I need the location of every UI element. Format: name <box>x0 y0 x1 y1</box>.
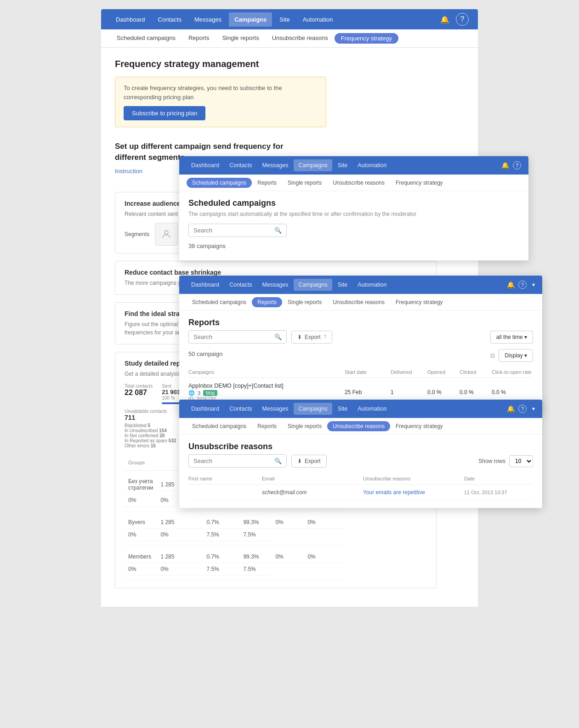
win2-help-icon[interactable]: ? <box>518 281 527 289</box>
win1-search-box[interactable]: 🔍 <box>188 224 287 237</box>
subnav-unsubscribe[interactable]: Unsubscribe reasons <box>266 30 335 47</box>
win3-nav-links: Dashboard Contacts Messages Campaigns Si… <box>187 403 507 415</box>
win3-subnav-single[interactable]: Single reports <box>282 419 327 433</box>
subscribe-button[interactable]: Subscribe to pricing plan <box>124 106 205 120</box>
win2-subnav-single[interactable]: Single reports <box>282 295 327 309</box>
win2-site[interactable]: Site <box>333 279 352 291</box>
subnav-frequency[interactable]: Frequency strategy <box>335 33 398 44</box>
win1-campaign-count: 38 campaigns <box>188 243 519 249</box>
opened1-2: 7.5% <box>203 529 239 541</box>
nav-contacts[interactable]: Contacts <box>153 12 187 27</box>
export-button[interactable]: ⬇ Export ? <box>291 331 332 344</box>
reports-window: Dashboard Contacts Messages Campaigns Si… <box>179 276 542 414</box>
win3-site[interactable]: Site <box>333 403 352 415</box>
win3-subnav-unsub[interactable]: Unsubscribe reasons <box>327 421 390 431</box>
win2-search-input[interactable] <box>193 333 271 340</box>
win1-automation[interactable]: Automation <box>353 159 391 171</box>
win3-search-input[interactable] <box>193 457 271 464</box>
win1-title: Scheduled campaigns <box>188 198 519 208</box>
nav-site[interactable]: Site <box>274 12 295 27</box>
win1-contacts[interactable]: Contacts <box>225 159 256 171</box>
win3-subnav-reports[interactable]: Reports <box>252 419 282 433</box>
opened1-3: 7.5% <box>203 563 239 576</box>
stats-row-2: Byvers 1 285 0.7% 99.3% 0% 0% 0% 0% 7.5% <box>125 512 345 546</box>
win1-site[interactable]: Site <box>333 159 352 171</box>
win1-icons: 🔔 ? <box>501 161 521 169</box>
col-campaigns: Campaigns <box>188 369 345 375</box>
win2-caret-icon[interactable]: ▾ <box>532 282 535 288</box>
col-firstname: First name <box>188 476 262 481</box>
win3-bell-icon[interactable]: 🔔 <box>507 405 515 412</box>
win3-dashboard[interactable]: Dashboard <box>187 403 224 415</box>
win3-caret-icon[interactable]: ▾ <box>532 406 535 412</box>
v1-3: 0% <box>272 551 304 563</box>
col-start-date: Start date <box>345 369 391 375</box>
rows-per-page-select[interactable]: 10 25 50 <box>509 455 533 467</box>
win1-help-icon[interactable]: ? <box>513 161 521 169</box>
segments-label: Segments <box>125 231 149 237</box>
win3-campaigns[interactable]: Campaigns <box>294 403 332 415</box>
notification-bell-icon[interactable]: 🔔 <box>438 13 451 26</box>
win2-dashboard[interactable]: Dashboard <box>187 279 224 291</box>
win1-subnav-reports[interactable]: Reports <box>252 176 282 190</box>
col-ctr: Click-to-open rate <box>492 369 533 375</box>
win3-search-box[interactable]: 🔍 <box>188 454 287 468</box>
win3-export-button[interactable]: ⬇ Export <box>291 455 327 468</box>
win1-messages[interactable]: Messages <box>258 159 293 171</box>
help-icon[interactable]: ? <box>456 13 469 26</box>
display-button[interactable]: Display ▾ <box>499 349 533 362</box>
win2-bell-icon[interactable]: 🔔 <box>507 281 515 288</box>
win2-campaign-count: 50 campaign <box>188 350 222 357</box>
pct-3: 7.5% <box>239 563 272 576</box>
win3-search-icon: 🔍 <box>274 457 282 464</box>
win1-dashboard[interactable]: Dashboard <box>187 159 224 171</box>
nav-campaigns[interactable]: Campaigns <box>229 12 272 27</box>
win1-campaigns[interactable]: Campaigns <box>294 159 332 171</box>
win3-automation[interactable]: Automation <box>353 403 391 415</box>
win2-subnav-reports[interactable]: Reports <box>252 297 282 307</box>
win1-subnav-scheduled[interactable]: Scheduled campaigns <box>187 178 252 188</box>
campaign-opened: 0.0 % <box>427 389 460 395</box>
subnav-scheduled[interactable]: Scheduled campaigns <box>110 30 182 47</box>
win3-subnav-freq[interactable]: Frequency strategy <box>390 419 448 433</box>
win2-campaigns[interactable]: Campaigns <box>294 279 332 291</box>
nav-automation[interactable]: Automation <box>297 12 339 27</box>
win3-messages[interactable]: Messages <box>258 403 293 415</box>
win1-search-input[interactable] <box>193 227 271 234</box>
unsub-email: scheck@mail.com <box>262 489 363 496</box>
subnav-single-reports[interactable]: Single reports <box>216 30 265 47</box>
win3-help-icon[interactable]: ? <box>518 405 527 413</box>
win1-subnav-freq[interactable]: Frequency strategy <box>390 176 448 190</box>
nav-messages[interactable]: Messages <box>189 12 227 27</box>
win1-subnav-single[interactable]: Single reports <box>282 176 327 190</box>
col-date: Date <box>464 476 533 481</box>
nav-dashboard[interactable]: Dashboard <box>110 12 151 27</box>
win2-automation[interactable]: Automation <box>353 279 391 291</box>
win3-contacts[interactable]: Contacts <box>225 403 256 415</box>
win2-search-box[interactable]: 🔍 <box>188 330 287 344</box>
time-filter-button[interactable]: all the time ▾ <box>490 331 533 344</box>
globe-count: 3 <box>198 390 200 396</box>
win3-search-row: 🔍 ⬇ Export Show rows 10 25 50 <box>188 454 533 468</box>
win2-subnav-scheduled[interactable]: Scheduled campaigns <box>187 295 252 309</box>
sent-3: 1 285 <box>157 551 203 563</box>
instruction-link[interactable]: Instruction <box>115 168 142 175</box>
win2-contacts[interactable]: Contacts <box>225 279 256 291</box>
campaign-delivered: 1 <box>391 389 427 395</box>
win1-subnav-unsub[interactable]: Unsubscribe reasons <box>327 176 390 190</box>
v1-2: 0% <box>272 516 304 529</box>
win2-messages[interactable]: Messages <box>258 279 293 291</box>
win3-subnav-scheduled[interactable]: Scheduled campaigns <box>187 419 252 433</box>
nav-links: Dashboard Contacts Messages Campaigns Si… <box>110 12 438 27</box>
subnav-reports[interactable]: Reports <box>182 30 216 47</box>
win1-bell-icon[interactable]: 🔔 <box>501 162 509 169</box>
export-icon: ⬇ <box>297 334 302 340</box>
win2-subnav-unsub[interactable]: Unsubscribe reasons <box>327 295 390 309</box>
col-delivered: Delivered <box>391 369 427 375</box>
win2-subnav-freq[interactable]: Frequency strategy <box>390 295 448 309</box>
win1-nav-links: Dashboard Contacts Messages Campaigns Si… <box>187 159 501 171</box>
win2-nav-links: Dashboard Contacts Messages Campaigns Si… <box>187 279 507 291</box>
sent-2: 1 285 <box>157 516 203 529</box>
win2-search-row: 🔍 ⬇ Export ? all the time ▾ <box>188 330 533 344</box>
reports-table-header: Campaigns Start date Delivered Opened Cl… <box>188 367 533 378</box>
